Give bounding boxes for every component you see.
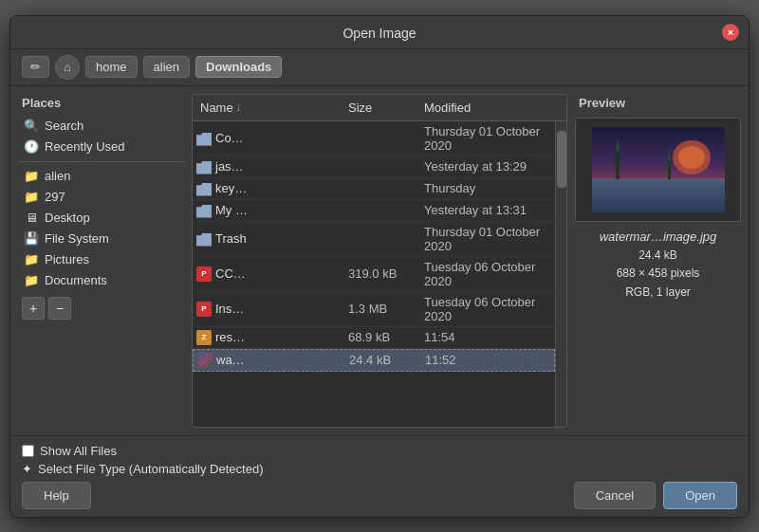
dialog-title: Open Image: [342, 26, 416, 41]
preview-heading: Preview: [575, 94, 741, 112]
titlebar: Open Image ×: [10, 16, 749, 49]
sidebar-item-label: alien: [45, 169, 70, 183]
scrollbar-thumb[interactable]: [557, 131, 566, 188]
recently-used-icon: 🕐: [24, 139, 39, 155]
toolbar: ✏ ⌂ home alien Downloads: [10, 49, 749, 86]
desktop-icon: 🖥: [24, 211, 39, 226]
sidebar-item-desktop[interactable]: 🖥 Desktop: [18, 208, 184, 229]
open-button[interactable]: Open: [663, 482, 737, 509]
footer-options: Show All Files ✦ Select File Type (Autom…: [22, 444, 737, 476]
svg-rect-5: [616, 151, 620, 179]
search-icon: 🔍: [24, 119, 39, 134]
column-name-header[interactable]: Name ↓: [193, 99, 344, 117]
preview-dimensions: 688 × 458 pixels: [575, 265, 741, 283]
table-row[interactable]: Trash Thursday 01 October 2020: [193, 222, 555, 257]
pictures-icon: 📁: [24, 252, 39, 267]
footer-right-buttons: Cancel Open: [574, 482, 737, 509]
folder-icon: 📁: [24, 190, 39, 205]
preview-image-container: [575, 118, 741, 222]
cancel-button[interactable]: Cancel: [574, 482, 656, 509]
sidebar-item-label: Recently Used: [45, 139, 125, 154]
file-list-header: Name ↓ Size Modified: [193, 95, 566, 121]
folder-icon: [196, 203, 212, 218]
sidebar-item-label: Pictures: [45, 252, 89, 266]
documents-icon: 📁: [24, 273, 39, 288]
expand-icon: ✦: [22, 462, 32, 476]
main-body: Places 🔍 Search 🕐 Recently Used 📁 alien …: [10, 86, 749, 435]
sidebar-heading: Places: [18, 94, 184, 112]
remove-bookmark-button[interactable]: −: [48, 297, 71, 320]
svg-rect-3: [592, 179, 725, 212]
column-name-label: Name: [200, 101, 233, 115]
pdf-icon: P: [196, 266, 212, 282]
sidebar-divider: [18, 161, 184, 162]
sidebar-item-search[interactable]: 🔍 Search: [18, 116, 184, 137]
table-row[interactable]: PCC… 319.0 kB Tuesday 06 October 2020: [193, 257, 555, 292]
table-row[interactable]: wa… 24.4 kB 11:52: [193, 349, 555, 372]
folder-icon: [196, 181, 212, 196]
table-row[interactable]: Zres… 68.9 kB 11:54: [193, 327, 555, 349]
preview-panel: Preview: [575, 94, 741, 428]
file-list[interactable]: Co… Thursday 01 October 2020 jas… Yester…: [193, 121, 555, 427]
edit-path-button[interactable]: ✏: [22, 56, 49, 78]
file-type-option[interactable]: ✦ Select File Type (Automatically Detect…: [22, 462, 737, 476]
filesystem-icon: 💾: [24, 231, 39, 247]
sidebar-item-label: File System: [45, 231, 109, 246]
table-row[interactable]: My … Yesterday at 13:31: [193, 200, 555, 222]
show-all-files-checkbox[interactable]: [22, 445, 34, 457]
archive-icon: Z: [196, 330, 212, 345]
scrollbar[interactable]: [555, 121, 566, 427]
sidebar-item-recently-used[interactable]: 🕐 Recently Used: [18, 137, 184, 157]
table-row[interactable]: PIns… 1.3 MB Tuesday 06 October 2020: [193, 292, 555, 327]
svg-rect-7: [668, 160, 671, 179]
sidebar-item-file-system[interactable]: 💾 File System: [18, 229, 184, 249]
sidebar-item-label: 297: [45, 190, 65, 204]
sidebar-item-alien[interactable]: 📁 alien: [18, 166, 184, 187]
image-icon: [197, 353, 213, 368]
breadcrumb-home[interactable]: home: [85, 56, 138, 78]
sidebar-item-label: Search: [45, 119, 83, 133]
folder-icon: [196, 131, 212, 146]
sidebar-item-297[interactable]: 📁 297: [18, 187, 184, 208]
sidebar-item-documents[interactable]: 📁 Documents: [18, 270, 184, 291]
show-all-files-label: Show All Files: [40, 444, 117, 458]
footer-actions: Help Cancel Open: [22, 482, 737, 509]
column-size-header[interactable]: Size: [344, 99, 420, 117]
footer: Show All Files ✦ Select File Type (Autom…: [10, 435, 749, 517]
breadcrumb-downloads[interactable]: Downloads: [195, 56, 282, 78]
table-row[interactable]: Co… Thursday 01 October 2020: [193, 121, 555, 156]
pdf-icon: P: [196, 302, 212, 317]
table-row[interactable]: key… Thursday: [193, 178, 555, 200]
folder-icon: [196, 159, 212, 174]
sidebar: Places 🔍 Search 🕐 Recently Used 📁 alien …: [18, 94, 184, 428]
table-row[interactable]: jas… Yesterday at 13:29: [193, 156, 555, 178]
svg-point-2: [678, 146, 705, 169]
home-icon[interactable]: ⌂: [55, 55, 80, 80]
sidebar-item-label: Documents: [45, 273, 107, 287]
preview-colorinfo: RGB, 1 layer: [575, 284, 741, 302]
add-bookmark-button[interactable]: +: [22, 297, 45, 320]
open-image-dialog: Open Image × ✏ ⌂ home alien Downloads Pl…: [9, 15, 750, 518]
file-type-label: Select File Type (Automatically Detected…: [38, 462, 263, 476]
column-modified-header[interactable]: Modified: [420, 99, 566, 117]
preview-image: [592, 127, 725, 212]
sort-indicator: ↓: [236, 101, 242, 113]
folder-icon: [196, 231, 212, 247]
breadcrumb-alien[interactable]: alien: [143, 56, 190, 78]
preview-info: watermar…image.jpg 24.4 kB 688 × 458 pix…: [575, 228, 741, 302]
file-panel: Name ↓ Size Modified Co… Thursday 01 Oct…: [192, 94, 567, 428]
help-button[interactable]: Help: [22, 482, 91, 509]
close-button[interactable]: ×: [722, 24, 739, 41]
sidebar-item-pictures[interactable]: 📁 Pictures: [18, 249, 184, 270]
sidebar-item-label: Desktop: [45, 211, 90, 225]
preview-filename: watermar…image.jpg: [575, 228, 741, 248]
sidebar-actions: + −: [18, 297, 184, 320]
show-all-files-option[interactable]: Show All Files: [22, 444, 737, 458]
folder-icon: 📁: [24, 169, 39, 184]
preview-filesize: 24.4 kB: [575, 247, 741, 265]
